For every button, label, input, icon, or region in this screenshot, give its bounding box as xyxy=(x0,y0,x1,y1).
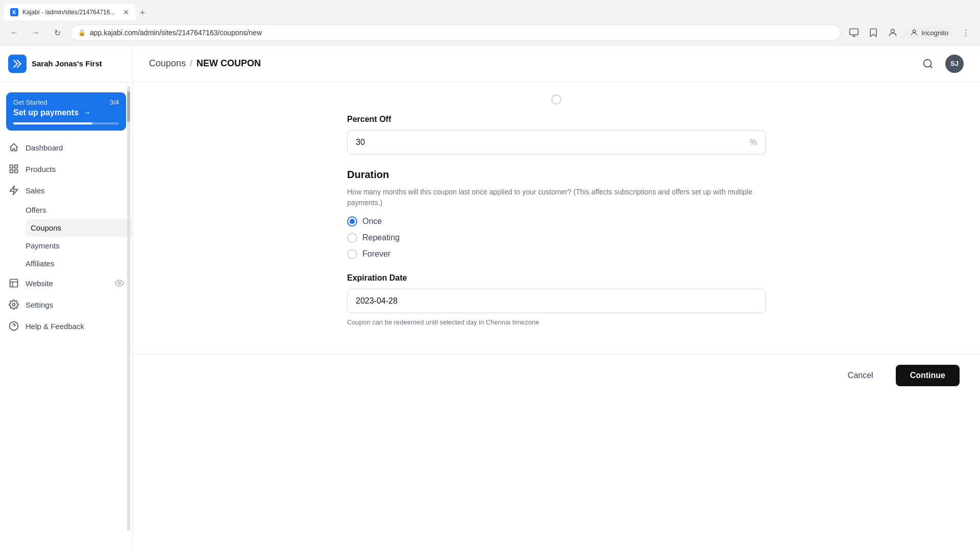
expiration-help-text: Coupon can be redeemed until selected da… xyxy=(347,317,766,328)
expiration-date-input-wrapper xyxy=(347,289,766,313)
expiration-date-input[interactable] xyxy=(348,289,765,313)
search-button[interactable] xyxy=(919,55,937,73)
svg-rect-3 xyxy=(10,165,13,168)
topbar: Coupons / NEW COUPON SJ xyxy=(133,45,980,82)
expiration-date-section: Expiration Date Coupon can be redeemed u… xyxy=(347,273,766,328)
svg-rect-0 xyxy=(850,29,859,35)
sidebar-item-coupons[interactable]: Coupons xyxy=(26,219,132,237)
get-started-card[interactable]: Get Started 3/4 Set up payments → xyxy=(6,92,126,131)
products-label: Products xyxy=(26,165,56,173)
sidebar: Sarah Jonas's First Get Started 3/4 Set … xyxy=(0,45,133,551)
forward-button[interactable]: → xyxy=(28,24,44,41)
svg-point-2 xyxy=(913,30,916,33)
radio-once-label: Once xyxy=(362,217,382,226)
radio-option-once[interactable]: Once xyxy=(347,216,766,227)
get-started-progress: 3/4 xyxy=(110,98,119,106)
sidebar-item-dashboard[interactable]: Dashboard xyxy=(0,137,132,158)
get-started-cta: Set up payments xyxy=(13,108,79,117)
help-label: Help & Feedback xyxy=(26,322,84,331)
incognito-button[interactable]: Incognito xyxy=(904,27,954,39)
more-button[interactable]: ⋮ xyxy=(958,24,974,41)
svg-rect-4 xyxy=(15,165,18,168)
radio-option-forever[interactable]: Forever xyxy=(347,249,766,259)
lock-icon: 🔒 xyxy=(78,29,86,36)
cancel-button[interactable]: Cancel xyxy=(834,365,888,386)
user-avatar[interactable]: SJ xyxy=(945,55,964,73)
sidebar-item-affiliates[interactable]: Affiliates xyxy=(26,255,132,272)
sidebar-scrollbar[interactable] xyxy=(127,86,130,531)
browser-chrome: K Kajabi - /admin/sites/214764716... ✕ ＋… xyxy=(0,0,980,45)
sales-sub-nav: Offers Coupons Payments Affiliates xyxy=(0,201,132,272)
top-radio-indicator xyxy=(551,94,561,105)
form-container: Percent Off % Duration How many months w… xyxy=(327,82,786,354)
sidebar-item-website[interactable]: Website xyxy=(0,272,132,294)
radio-once-circle[interactable] xyxy=(347,216,357,227)
tab-title: Kajabi - /admin/sites/214764716... xyxy=(22,9,115,16)
sidebar-item-sales[interactable]: Sales xyxy=(0,180,132,201)
sidebar-item-offers[interactable]: Offers xyxy=(26,201,132,219)
percent-off-field: Percent Off % xyxy=(347,115,766,155)
new-tab-button[interactable]: ＋ xyxy=(135,5,150,19)
sidebar-header: Sarah Jonas's First xyxy=(0,45,132,82)
help-icon xyxy=(8,320,19,332)
radio-forever-circle[interactable] xyxy=(347,249,357,259)
url-text: app.kajabi.com/admin/sites/2147647163/co… xyxy=(90,29,262,37)
svg-rect-5 xyxy=(10,170,13,173)
app-container: Sarah Jonas's First Get Started 3/4 Set … xyxy=(0,45,980,551)
sidebar-item-settings[interactable]: Settings xyxy=(0,294,132,315)
percent-suffix: % xyxy=(750,138,765,147)
percent-off-label: Percent Off xyxy=(347,115,766,124)
active-tab[interactable]: K Kajabi - /admin/sites/214764716... ✕ xyxy=(4,4,135,20)
breadcrumb: Coupons / NEW COUPON xyxy=(149,58,261,69)
breadcrumb-current: NEW COUPON xyxy=(197,58,261,69)
reload-button[interactable]: ↻ xyxy=(49,24,65,41)
back-button[interactable]: ← xyxy=(6,24,22,41)
svg-rect-6 xyxy=(15,170,18,173)
browser-toolbar: ← → ↻ 🔒 app.kajabi.com/admin/sites/21476… xyxy=(0,20,980,45)
dashboard-label: Dashboard xyxy=(26,143,63,152)
cast-button[interactable] xyxy=(846,24,862,41)
continue-button[interactable]: Continue xyxy=(896,365,960,386)
sidebar-item-products[interactable]: Products xyxy=(0,158,132,180)
sales-label: Sales xyxy=(26,186,45,195)
incognito-label: Incognito xyxy=(921,29,948,37)
address-bar[interactable]: 🔒 app.kajabi.com/admin/sites/2147647163/… xyxy=(70,24,841,41)
duration-section: Duration How many months will this coupo… xyxy=(347,169,766,259)
duration-description: How many months will this coupon last on… xyxy=(347,187,766,208)
tab-bar: K Kajabi - /admin/sites/214764716... ✕ ＋ xyxy=(0,0,980,20)
profile-button[interactable] xyxy=(885,24,901,41)
bookmark-button[interactable] xyxy=(865,24,881,41)
settings-icon xyxy=(8,299,19,310)
sidebar-item-help[interactable]: Help & Feedback xyxy=(0,315,132,337)
topbar-actions: SJ xyxy=(919,55,964,73)
favicon: K xyxy=(10,8,18,16)
form-footer: Cancel Continue xyxy=(133,354,980,396)
radio-repeating-circle[interactable] xyxy=(347,233,357,243)
breadcrumb-separator: / xyxy=(190,58,192,69)
settings-label: Settings xyxy=(26,300,53,309)
close-tab-button[interactable]: ✕ xyxy=(123,8,129,16)
get-started-label-text: Get Started xyxy=(13,98,47,106)
svg-point-9 xyxy=(118,282,121,285)
progress-fill xyxy=(13,122,92,124)
breadcrumb-parent[interactable]: Coupons xyxy=(149,58,186,69)
content-wrapper: Percent Off % Duration How many months w… xyxy=(133,82,980,551)
website-visibility-icon[interactable] xyxy=(115,279,124,288)
kajabi-logo[interactable] xyxy=(8,55,27,73)
site-name: Sarah Jonas's First xyxy=(32,59,102,68)
top-indicator xyxy=(347,94,766,105)
main-area: Coupons / NEW COUPON SJ xyxy=(133,45,980,551)
expiration-date-label: Expiration Date xyxy=(347,273,766,283)
percent-off-input[interactable] xyxy=(348,131,750,154)
home-icon xyxy=(8,142,19,153)
toolbar-actions: Incognito ⋮ xyxy=(846,24,974,41)
percent-off-input-wrapper: % xyxy=(347,130,766,155)
website-label: Website xyxy=(26,279,53,288)
svg-point-1 xyxy=(891,29,895,33)
radio-repeating-label: Repeating xyxy=(362,233,400,242)
radio-option-repeating[interactable]: Repeating xyxy=(347,233,766,243)
avatar-initials: SJ xyxy=(950,60,959,67)
sidebar-content: Get Started 3/4 Set up payments → Dashbo… xyxy=(0,82,132,551)
sidebar-item-payments[interactable]: Payments xyxy=(26,237,132,255)
radio-forever-label: Forever xyxy=(362,249,390,259)
